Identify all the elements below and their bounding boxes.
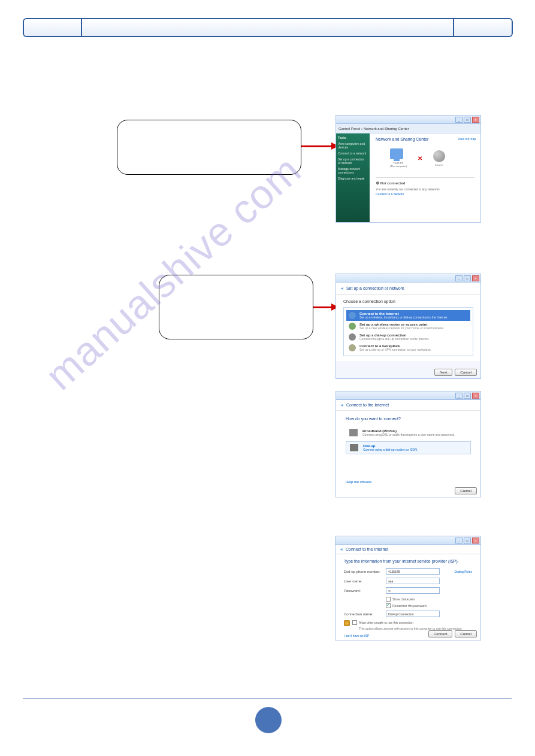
minimize-button[interactable]: _ — [455, 393, 463, 399]
maximize-button[interactable]: □ — [464, 117, 471, 123]
not-connected-title: 🛇 Not connected — [376, 181, 474, 185]
input-phone[interactable]: 4125678 — [386, 568, 440, 575]
header-middle — [81, 18, 453, 37]
wizard-title: Set up a connection or network — [346, 286, 404, 290]
help-choose-link[interactable]: Help me choose — [346, 480, 371, 484]
maximize-button[interactable]: □ — [464, 275, 471, 281]
wizard-body: Choose a connection option Connect to th… — [336, 294, 480, 361]
checkbox-show-chars[interactable] — [386, 597, 391, 602]
label-phone: Dial-up phone number: — [344, 570, 386, 573]
back-icon[interactable]: ◄ — [339, 547, 343, 551]
maximize-button[interactable]: □ — [464, 393, 471, 399]
close-button[interactable]: × — [472, 275, 479, 281]
breadcrumb: Control Panel › Network and Sharing Cent… — [338, 127, 409, 130]
sidebar-link-manage-connections[interactable]: Manage network connections — [338, 167, 368, 174]
form-title: Type the information from your Internet … — [344, 559, 472, 563]
address-bar[interactable]: Control Panel › Network and Sharing Cent… — [336, 124, 480, 133]
sidebar-link-setup-connection[interactable]: Set up a connection or network — [338, 157, 368, 165]
option-broadband[interactable]: Broadband (PPPoE)Connect using DSL or ca… — [346, 427, 471, 439]
screenshot-connect-form: _ □ × ◄ Connect to the Internet Type the… — [335, 536, 481, 640]
input-password[interactable]: ••• — [386, 587, 440, 594]
back-icon[interactable]: ◄ — [340, 286, 344, 290]
cancel-button[interactable]: Cancel — [455, 630, 477, 637]
option-desc: Set up a new wireless network for your h… — [359, 326, 444, 330]
back-icon[interactable]: ◄ — [340, 403, 344, 407]
label-username: User name: — [344, 579, 386, 583]
pc-label: TEST-PC (This computer) — [390, 162, 407, 168]
screenshot-connect-how: _ □ × ◄ Connect to the Internet How do y… — [335, 391, 481, 497]
manual-page: _ □ × Control Panel › Network and Sharin… — [0, 0, 535, 756]
wizard-header: ◄ Connect to the Internet — [335, 545, 480, 554]
titlebar: _ □ × — [336, 116, 480, 124]
network-map: TEST-PC (This computer) ✕ Internet — [390, 148, 474, 168]
minimize-button[interactable]: _ — [455, 275, 463, 281]
option-wireless-router[interactable]: Set up a wireless router or access point… — [346, 321, 470, 332]
label-password: Password: — [344, 589, 386, 593]
maximize-button[interactable]: □ — [464, 538, 471, 544]
tasks-heading: Tasks — [338, 136, 368, 139]
label-conn-name: Connection name: — [344, 612, 386, 616]
header-right — [453, 18, 513, 37]
router-icon — [349, 323, 356, 330]
screenshot-network-sharing-center: _ □ × Control Panel › Network and Sharin… — [335, 115, 481, 223]
tasks-sidebar: Tasks View computers and devices Connect… — [336, 133, 370, 222]
option-desc: Set up a wireless, broadband, or dial-up… — [359, 315, 448, 319]
dialing-rules-link[interactable]: Dialing Rules — [455, 570, 472, 573]
label-allow-others: Allow other people to use this connectio… — [359, 621, 413, 624]
header-left — [23, 18, 81, 37]
input-conn-name[interactable]: Dial-up Connection — [386, 611, 440, 617]
arrow-2 — [313, 306, 333, 308]
wizard-title: Connect to the Internet — [346, 547, 388, 551]
option-workplace[interactable]: Connect to a workplaceSet up a dial-up o… — [346, 342, 470, 353]
disconnected-icon: ✕ — [418, 155, 422, 162]
sidebar-link-view-computers[interactable]: View computers and devices — [338, 142, 368, 149]
option-desc: Connect using DSL or cable that requires… — [362, 433, 455, 436]
titlebar: _ □ × — [335, 536, 480, 545]
arrow-1 — [301, 145, 333, 147]
option-dialup[interactable]: Set up a dial-up connectionConnect throu… — [346, 332, 470, 342]
building-icon — [349, 344, 356, 351]
not-connected-desc: You are currently not connected to any n… — [376, 187, 474, 191]
checkbox-remember[interactable] — [386, 603, 391, 608]
main-panel: View full map Network and Sharing Center… — [370, 133, 480, 222]
input-username[interactable]: aaa — [386, 578, 440, 584]
globe-icon — [433, 150, 445, 162]
next-button[interactable]: Next — [434, 369, 452, 376]
screenshot-setup-connection: _ □ × ◄ Set up a connection or network C… — [335, 274, 481, 379]
cancel-button[interactable]: Cancel — [455, 369, 477, 376]
options-list: Connect to the InternetSet up a wireless… — [343, 307, 473, 356]
callout-bubble-1 — [117, 120, 301, 175]
checkbox-allow-others[interactable] — [352, 620, 357, 625]
close-button[interactable]: × — [472, 538, 479, 544]
connect-button[interactable]: Connect — [428, 630, 452, 637]
wizard-subtitle: Choose a connection option — [343, 299, 473, 303]
question-text: How do you want to connect? — [346, 417, 471, 421]
wizard-header: ◄ Set up a connection or network — [336, 283, 480, 294]
sidebar-link-connect-network[interactable]: Connect to a network — [338, 151, 368, 155]
sidebar-link-diagnose-repair[interactable]: Diagnose and repair — [338, 177, 368, 180]
minimize-button[interactable]: _ — [455, 117, 463, 123]
connect-network-link[interactable]: Connect to a network — [376, 192, 474, 196]
minimize-button[interactable]: _ — [455, 538, 463, 544]
shield-icon — [344, 620, 350, 626]
cancel-button[interactable]: Cancel — [455, 487, 477, 494]
option-desc: Connect using a dial-up modem or ISDN. — [363, 448, 418, 451]
label-remember: Remember this password — [392, 604, 427, 608]
option-dialup[interactable]: Dial-upConnect using a dial-up modem or … — [346, 441, 471, 454]
not-connected-section: 🛇 Not connected You are currently not co… — [376, 177, 474, 196]
page-number-badge — [255, 707, 282, 733]
titlebar: _ □ × — [336, 391, 480, 400]
wizard-title: Connect to the Internet — [346, 403, 389, 407]
close-button[interactable]: × — [472, 117, 479, 123]
globe-icon — [349, 312, 356, 319]
phone-icon — [350, 444, 358, 451]
callout-bubble-2 — [159, 275, 313, 339]
option-desc: Set up a dial-up or VPN connection to yo… — [359, 348, 431, 351]
wizard-body: How do you want to connect? Broadband (P… — [336, 411, 480, 497]
view-full-map-link[interactable]: View full map — [458, 137, 476, 141]
label-show-chars: Show characters — [392, 597, 415, 601]
footer-line — [23, 699, 512, 700]
option-connect-internet[interactable]: Connect to the InternetSet up a wireless… — [346, 310, 470, 321]
pc-icon — [390, 148, 403, 159]
close-button[interactable]: × — [472, 393, 479, 399]
